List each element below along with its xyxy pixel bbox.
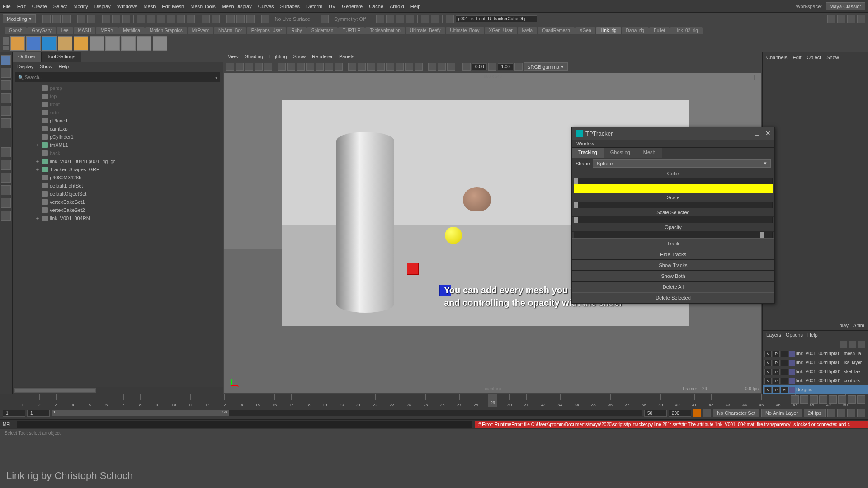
shelf-tab-mery[interactable]: MERY xyxy=(96,27,118,34)
delete-selected-button[interactable]: Delete Selected xyxy=(572,292,774,303)
menu-curves[interactable]: Curves xyxy=(258,4,274,9)
shelf-tab-goosh[interactable]: Goosh xyxy=(5,27,27,34)
search-dropdown-icon[interactable]: ▾ xyxy=(215,75,217,80)
lasso-tool-icon[interactable] xyxy=(1,68,11,78)
shelf-tab-mathilda[interactable]: Mathilda xyxy=(118,27,145,34)
vp-exposure-icon[interactable] xyxy=(462,63,471,71)
shelf-tab-xgen[interactable]: XGen xyxy=(575,27,596,34)
menu-editmesh[interactable]: Edit Mesh xyxy=(162,4,184,9)
tptracker-menu[interactable]: Window xyxy=(572,140,774,148)
tab-tracking[interactable]: Tracking xyxy=(572,148,604,158)
layer-menu-layers[interactable]: Layers xyxy=(766,332,781,338)
shelf-tab-lee[interactable]: Lee xyxy=(57,27,73,34)
vp-wireframe-icon[interactable] xyxy=(348,63,356,71)
tab-tool-settings[interactable]: Tool Settings xyxy=(42,52,81,62)
vp-gate-mask-icon[interactable] xyxy=(306,63,314,71)
vp-safe-action-icon[interactable] xyxy=(325,63,333,71)
menu-cache[interactable]: Cache xyxy=(369,4,383,9)
shelf-tab-dana_rig[interactable]: Dana_rig xyxy=(622,27,649,34)
outliner-menu-display[interactable]: Display xyxy=(17,64,33,70)
scale-tool-icon[interactable] xyxy=(1,106,11,116)
symmetry-label[interactable]: Symmetry: Off xyxy=(334,16,366,22)
shelf-tab-motion-graphics[interactable]: Motion Graphics xyxy=(145,27,187,34)
layout-outliner-icon[interactable] xyxy=(1,173,11,183)
layer-visible-toggle[interactable]: V xyxy=(764,369,772,375)
vp-menu-view[interactable]: View xyxy=(228,54,239,60)
outliner-item[interactable]: persp xyxy=(13,84,223,92)
step-fwd-key-icon[interactable] xyxy=(848,395,856,404)
step-back-key-icon[interactable] xyxy=(800,395,808,404)
menu-meshtools[interactable]: Mesh Tools xyxy=(190,4,215,9)
snap-grid-icon[interactable] xyxy=(137,15,145,23)
vp-menu-show[interactable]: Show xyxy=(293,54,306,60)
shelf-tab-bullet[interactable]: Bullet xyxy=(649,27,670,34)
go-end-icon[interactable] xyxy=(857,395,865,404)
lock-icon[interactable] xyxy=(261,15,269,23)
menu-edit[interactable]: Edit xyxy=(17,4,26,9)
outliner-item[interactable]: back xyxy=(13,149,223,157)
vp-image-plane-icon[interactable] xyxy=(245,63,253,71)
range-slider[interactable]: 150 xyxy=(52,410,642,416)
shelf-tab-mrevent[interactable]: MrEvent xyxy=(188,27,213,34)
layer-row[interactable]: VPRBckgrnd xyxy=(763,385,868,394)
layer-move-up-icon[interactable] xyxy=(840,341,847,348)
maximize-icon[interactable]: ☐ xyxy=(754,130,760,137)
layer-playback-toggle[interactable]: P xyxy=(773,369,780,375)
outliner-item[interactable]: front xyxy=(13,100,223,108)
vp-menu-renderer[interactable]: Renderer xyxy=(312,54,333,60)
move-tool-icon[interactable] xyxy=(1,80,11,90)
go-start-icon[interactable] xyxy=(791,395,799,404)
workspace-dropdown[interactable]: Maya Classic* xyxy=(826,2,865,10)
range-end-outer[interactable] xyxy=(669,410,691,417)
outliner-item[interactable]: vertexBakeSet2 xyxy=(13,206,223,214)
scale-selected-slider[interactable] xyxy=(574,217,773,223)
snap-plane-icon[interactable] xyxy=(167,15,175,23)
redo-icon[interactable] xyxy=(87,15,95,23)
script-input[interactable] xyxy=(17,421,472,428)
snap-live-icon[interactable] xyxy=(187,15,195,23)
outliner-scrollbar[interactable] xyxy=(13,387,223,394)
outliner-item[interactable]: +link_V001_004:Bip001_rig_gr xyxy=(13,157,223,165)
layer-ref-toggle[interactable] xyxy=(781,369,788,375)
layer-row[interactable]: VPlink_V001_004:Bip001_skel_lay xyxy=(763,367,868,376)
vp-grid-icon[interactable] xyxy=(278,63,286,71)
shelf-icon-ge[interactable] xyxy=(26,36,41,51)
menu-deform[interactable]: Deform xyxy=(306,4,322,9)
expand-icon[interactable]: + xyxy=(35,216,40,221)
play-fwd-icon[interactable] xyxy=(829,395,837,404)
layout-single-icon[interactable] xyxy=(1,147,11,157)
save-scene-icon[interactable] xyxy=(62,15,71,23)
tab-ghosting[interactable]: Ghosting xyxy=(604,148,637,158)
range-end-inner[interactable] xyxy=(644,410,667,417)
vp-colormgmt-dropdown[interactable]: sRGB gamma ▾ xyxy=(524,62,568,71)
expand-icon[interactable]: + xyxy=(35,159,40,164)
history-icon[interactable] xyxy=(202,15,210,23)
vp-shadows-icon[interactable] xyxy=(386,63,394,71)
undo-icon[interactable] xyxy=(77,15,85,23)
channel-tab-channels[interactable]: Channels xyxy=(766,55,787,60)
shelf-tab-xgen_user[interactable]: XGen_User xyxy=(485,27,517,34)
vp-isolate-icon[interactable] xyxy=(428,63,436,71)
shelf-tab-ruby[interactable]: Ruby xyxy=(287,27,306,34)
tptracker-window[interactable]: TPTracker — ☐ ✕ Window Tracking Ghosting… xyxy=(571,127,775,304)
close-icon[interactable]: ✕ xyxy=(765,130,771,137)
menu-uv[interactable]: UV xyxy=(329,4,335,9)
shelf-icon-hat2[interactable] xyxy=(121,36,136,51)
shelf-tab-link_02_rig[interactable]: Link_02_rig xyxy=(670,27,703,34)
shelf-tab-turtle[interactable]: TURTLE xyxy=(338,27,365,34)
vp-use-lights-icon[interactable] xyxy=(377,63,385,71)
layer-ref-toggle[interactable]: R xyxy=(781,387,788,393)
toolbar-icon-c[interactable] xyxy=(396,15,404,23)
layer-ref-toggle[interactable] xyxy=(781,351,788,357)
menu-file[interactable]: File xyxy=(3,4,11,9)
shelf-tab-kayla[interactable]: kayla xyxy=(518,27,537,34)
shelf-tab-noarm_bot[interactable]: NoArm_Bot xyxy=(214,27,246,34)
outliner-item[interactable]: pPlane1 xyxy=(13,117,223,125)
vp-gamma-icon[interactable] xyxy=(488,63,496,71)
show-tracks-button[interactable]: Show Tracks xyxy=(572,260,774,271)
shelf-tab-greygary[interactable]: GreyGary xyxy=(27,27,56,34)
sidebar-toggle-4-icon[interactable] xyxy=(857,15,865,23)
outliner-item[interactable]: +tmXML1 xyxy=(13,141,223,149)
shelf-icon-tip[interactable] xyxy=(137,36,151,51)
vp-menu-lighting[interactable]: Lighting xyxy=(269,54,287,60)
